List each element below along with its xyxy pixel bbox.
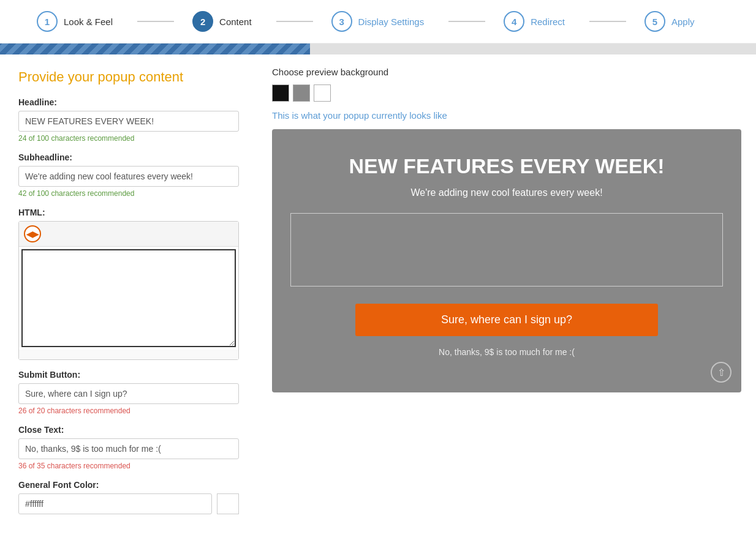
step-3[interactable]: 3 Display Settings	[331, 11, 425, 32]
step-5-circle: 5	[644, 11, 665, 32]
step-5-label: Apply	[671, 17, 695, 27]
step-2[interactable]: 2 Content	[192, 11, 252, 32]
submit-button-input[interactable]	[18, 383, 239, 404]
popup-subheadline: We're adding new cool features every wee…	[410, 187, 602, 198]
popup-close-text: No, thanks, 9$ is too much for me :(	[439, 347, 575, 357]
submit-button-label: Submit Button:	[18, 370, 239, 380]
color-swatch[interactable]	[217, 493, 239, 514]
html-group: HTML: ◀▶	[18, 208, 239, 360]
bg-swatch-gray[interactable]	[293, 84, 310, 102]
html-editor-bottom	[19, 350, 238, 359]
left-panel: Provide your popup content Headline: 24 …	[0, 54, 257, 539]
step-2-circle: 2	[192, 11, 213, 32]
subheadline-input[interactable]	[18, 166, 239, 187]
close-text-hint: 36 of 35 characters recommended	[18, 462, 239, 470]
right-panel: Choose preview background This is what y…	[257, 54, 756, 539]
wizard-steps: 1 Look & Feel 2 Content 3 Display Settin…	[0, 0, 756, 43]
step-5[interactable]: 5 Apply	[644, 11, 695, 32]
progress-bar-fill	[0, 43, 310, 54]
step-1-circle: 1	[37, 11, 58, 32]
step-1[interactable]: 1 Look & Feel	[37, 11, 113, 32]
close-text-label: Close Text:	[18, 425, 239, 435]
headline-input[interactable]	[18, 111, 239, 132]
bg-swatch-black[interactable]	[272, 84, 289, 102]
section-title: Provide your popup content	[18, 69, 239, 85]
color-input-row	[18, 493, 239, 514]
step-3-label: Display Settings	[358, 17, 425, 27]
popup-preview-label: This is what your popup currently looks …	[272, 110, 741, 121]
headline-label: Headline:	[18, 97, 239, 107]
step-4[interactable]: 4 Redirect	[504, 11, 565, 32]
main-content: Provide your popup content Headline: 24 …	[0, 54, 756, 539]
step-2-label: Content	[219, 17, 252, 27]
step-4-circle: 4	[504, 11, 524, 32]
close-text-input[interactable]	[18, 438, 239, 459]
step-3-circle: 3	[331, 11, 352, 32]
close-text-group: Close Text: 36 of 35 characters recommen…	[18, 425, 239, 470]
popup-preview: NEW FEATURES EVERY WEEK! We're adding ne…	[272, 129, 741, 392]
bg-swatches	[272, 84, 741, 102]
font-color-group: General Font Color:	[18, 480, 239, 514]
submit-button-hint: 26 of 20 characters recommended	[18, 407, 239, 415]
html-editor-wrapper: ◀▶	[18, 221, 239, 360]
progress-bar-container	[0, 43, 756, 54]
font-color-label: General Font Color:	[18, 480, 239, 490]
html-editor-toolbar: ◀▶	[19, 222, 238, 247]
html-textarea[interactable]	[21, 249, 236, 347]
popup-submit-button[interactable]: Sure, where can I sign up?	[355, 304, 658, 336]
popup-headline: NEW FEATURES EVERY WEEK!	[349, 154, 664, 179]
subheadline-label: Subheadline:	[18, 152, 239, 162]
bg-swatch-white[interactable]	[314, 84, 331, 102]
headline-hint: 24 of 100 characters recommended	[18, 134, 239, 143]
subheadline-group: Subheadline: 42 of 100 characters recomm…	[18, 152, 239, 198]
html-label: HTML:	[18, 208, 239, 217]
preview-bg-label: Choose preview background	[272, 67, 741, 77]
step-1-label: Look & Feel	[64, 17, 113, 27]
font-color-input[interactable]	[18, 493, 212, 514]
step-4-label: Redirect	[531, 17, 565, 27]
popup-form-area	[290, 213, 723, 287]
scroll-up-button[interactable]: ⇧	[711, 362, 731, 383]
headline-group: Headline: 24 of 100 characters recommend…	[18, 97, 239, 143]
submit-button-group: Submit Button: 26 of 20 characters recom…	[18, 370, 239, 415]
html-code-icon-btn[interactable]: ◀▶	[24, 225, 41, 242]
subheadline-hint: 42 of 100 characters recommended	[18, 189, 239, 198]
